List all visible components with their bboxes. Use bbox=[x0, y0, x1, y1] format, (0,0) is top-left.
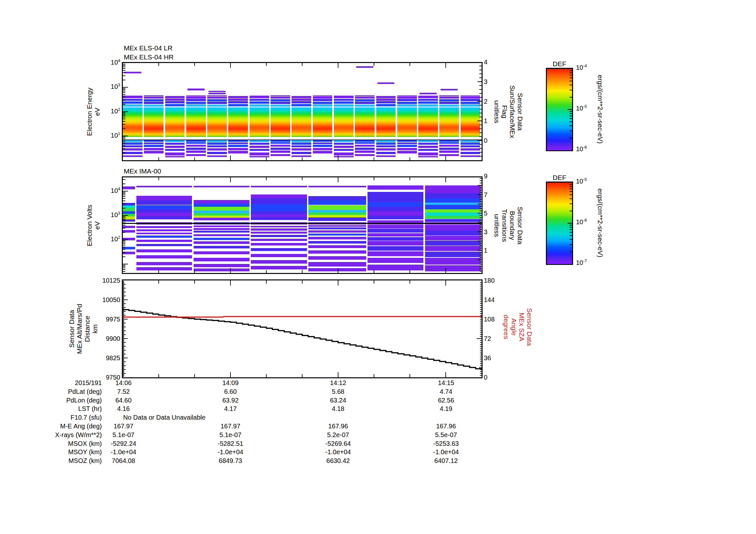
table-cell-value: 62.56 bbox=[417, 397, 475, 404]
table-cell-value: -5292.24 bbox=[94, 440, 152, 447]
no-data-message: No Data or Data Unavailable bbox=[123, 414, 324, 421]
table-cell-value: 6407.12 bbox=[417, 457, 475, 465]
table-cell-value: 4.74 bbox=[417, 388, 475, 395]
colorbar1-tick-label: 10-5 bbox=[576, 105, 587, 112]
mex-quicklook-plot-page: MEx ELS-04 LR MEx ELS-04 HR MEx IMA-00 D… bbox=[0, 0, 756, 534]
table-row-label: 2015/191 bbox=[18, 379, 102, 387]
table-cell-value: 4.16 bbox=[94, 405, 152, 413]
table-row-label: F10.7 (sfu) bbox=[18, 414, 102, 421]
table-row-label: PdLat (deg) bbox=[18, 388, 102, 395]
table-cell-value: 63.92 bbox=[202, 397, 259, 404]
table-cell-value: -1.0e+04 bbox=[202, 448, 259, 456]
table-cell-value: -5269.64 bbox=[309, 440, 367, 447]
table-cell-value: 167.96 bbox=[309, 422, 367, 430]
colorbar2-tick-label: 10-7 bbox=[576, 259, 587, 267]
table-cell-value: -1.0e+04 bbox=[94, 448, 152, 456]
table-cell-value: 5.2e-07 bbox=[309, 431, 367, 439]
table-cell-value: 63.24 bbox=[309, 397, 367, 404]
table-cell-value: 167.96 bbox=[417, 422, 475, 430]
table-row-label: MSOX (km) bbox=[18, 440, 102, 447]
table-cell-value: -1.0e+04 bbox=[309, 448, 367, 456]
table-cell-value: 64.60 bbox=[94, 397, 152, 404]
table-cell-value: 4.17 bbox=[202, 405, 259, 413]
table-cell-value: 5.5e-07 bbox=[417, 431, 475, 439]
table-cell-value: 4.19 bbox=[417, 405, 475, 413]
table-cell-value: 5.68 bbox=[309, 388, 367, 395]
colorbar1-tick-label: 10-4 bbox=[576, 64, 587, 71]
table-row-label: MSOY (km) bbox=[18, 448, 102, 456]
table-cell-value: 167.97 bbox=[202, 422, 259, 430]
colorbar2-tick-label: 10-6 bbox=[576, 218, 587, 226]
table-row-label: LST (hr) bbox=[18, 405, 102, 413]
table-cell-value: 14:09 bbox=[202, 379, 259, 387]
table-row-label: X-rays (W/m**2) bbox=[18, 431, 102, 439]
table-cell-value: 7064.08 bbox=[94, 457, 152, 465]
table-cell-value: -5253.63 bbox=[417, 440, 475, 447]
table-cell-value: 5.1e-07 bbox=[94, 431, 152, 439]
colorbar2-tick-label: 10-5 bbox=[576, 178, 587, 185]
table-cell-value: 14:06 bbox=[94, 379, 152, 387]
table-cell-value: 5.1e-07 bbox=[202, 431, 259, 439]
colorbar1-tick-label: 10-6 bbox=[576, 145, 587, 153]
ephemeris-table: 2015/19114:0614:0914:1214:15PdLat (deg)7… bbox=[0, 0, 756, 534]
table-row-label: PdLon (deg) bbox=[18, 397, 102, 404]
table-cell-value: 6849.73 bbox=[202, 457, 259, 465]
table-cell-value: 14:15 bbox=[417, 379, 475, 387]
table-row-label: M-E Ang (deg) bbox=[18, 422, 102, 430]
table-cell-value: 6.60 bbox=[202, 388, 259, 395]
table-cell-value: 14:12 bbox=[309, 379, 367, 387]
table-cell-value: -5282.51 bbox=[202, 440, 259, 447]
table-row-label: MSOZ (km) bbox=[18, 457, 102, 465]
table-cell-value: 7.52 bbox=[94, 388, 152, 395]
table-cell-value: 4.18 bbox=[309, 405, 367, 413]
table-cell-value: 6630.42 bbox=[309, 457, 367, 465]
table-cell-value: 167.97 bbox=[94, 422, 152, 430]
table-cell-value: -1.0e+04 bbox=[417, 448, 475, 456]
